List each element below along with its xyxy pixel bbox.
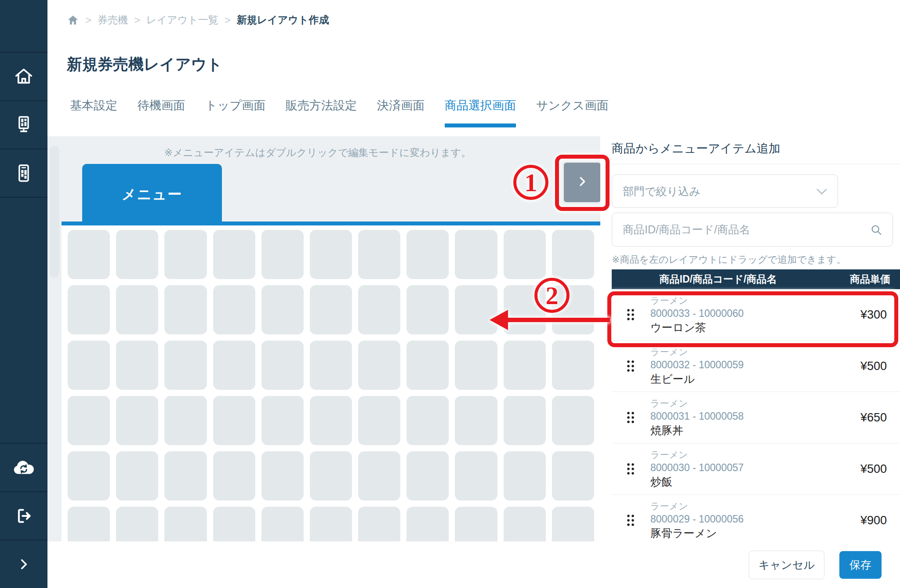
menu-slot[interactable] — [455, 451, 497, 501]
menu-slot[interactable] — [116, 451, 158, 501]
menu-slot[interactable] — [455, 230, 497, 279]
menu-slot[interactable] — [116, 285, 158, 334]
menu-slot[interactable] — [406, 451, 449, 501]
menu-slot[interactable] — [504, 341, 546, 390]
menu-slot[interactable] — [504, 285, 546, 334]
menu-slot[interactable] — [213, 396, 255, 445]
drag-handle-icon[interactable] — [626, 359, 639, 373]
menu-slot[interactable] — [504, 451, 546, 501]
search-icon[interactable] — [870, 223, 883, 236]
menu-slot[interactable] — [261, 341, 304, 390]
menu-slot[interactable] — [261, 230, 304, 279]
breadcrumb-separator: > — [225, 14, 231, 26]
tab[interactable]: 販売方法設定 — [286, 93, 357, 127]
breadcrumb-item[interactable]: 券売機 — [98, 13, 128, 27]
drag-handle-icon[interactable] — [626, 308, 639, 322]
sidebar-item-home[interactable] — [0, 53, 47, 101]
menu-slot[interactable] — [455, 341, 497, 390]
menu-slot[interactable] — [358, 230, 400, 279]
menu-slot[interactable] — [116, 341, 158, 390]
product-row[interactable]: ラーメン 8000029 - 10000056 豚骨ラーメン ¥900 — [612, 495, 900, 541]
tab[interactable]: 商品選択画面 — [445, 93, 516, 127]
product-search-input[interactable] — [622, 223, 870, 236]
product-price: ¥500 — [860, 359, 900, 373]
sidebar-item-cloud-sync[interactable] — [0, 443, 47, 491]
menu-slot[interactable] — [116, 396, 158, 445]
menu-slot[interactable] — [406, 285, 449, 334]
drag-handle-icon[interactable] — [626, 462, 639, 476]
menu-slot[interactable] — [552, 451, 594, 501]
page-header: > 券売機 > レイアウト一覧 > 新規レイアウト作成 新規券売機レイアウト 基… — [47, 0, 900, 137]
menu-slot[interactable] — [552, 285, 594, 334]
sidebar-item-expand[interactable] — [0, 540, 47, 588]
menu-slot[interactable] — [213, 230, 255, 279]
menu-slot[interactable] — [261, 396, 304, 445]
scrollbar-thumb[interactable] — [50, 146, 59, 278]
tab[interactable]: 待機画面 — [138, 93, 185, 127]
cancel-button[interactable]: キャンセル — [749, 551, 824, 579]
menu-slot[interactable] — [164, 396, 207, 445]
menu-slot[interactable] — [68, 285, 110, 334]
menu-slot[interactable] — [213, 341, 255, 390]
menu-slot[interactable] — [164, 341, 207, 390]
product-row[interactable]: ラーメン 8000030 - 10000057 炒飯 ¥500 — [612, 443, 900, 495]
menu-slot[interactable] — [68, 230, 110, 279]
menu-slot[interactable] — [261, 451, 304, 501]
menu-slot[interactable] — [261, 285, 304, 334]
collapse-panel-button[interactable] — [564, 163, 601, 202]
product-price: ¥300 — [860, 308, 900, 322]
breadcrumb-item[interactable]: 新規レイアウト作成 — [237, 13, 329, 27]
product-row[interactable]: ラーメン 8000032 - 10000059 生ビール ¥500 — [612, 341, 900, 392]
menu-slot[interactable] — [455, 396, 497, 445]
menu-slot[interactable] — [164, 285, 207, 334]
menu-slot[interactable] — [164, 230, 207, 279]
menu-slot[interactable] — [552, 341, 594, 390]
menu-slot[interactable] — [406, 341, 449, 390]
menu-slot[interactable] — [358, 341, 400, 390]
panel-title: 商品からメニューアイテム追加 — [612, 141, 780, 156]
menu-category-tab[interactable]: メニュー — [82, 164, 222, 225]
menu-slot[interactable] — [213, 451, 255, 501]
menu-slot[interactable] — [164, 451, 207, 501]
product-row[interactable]: ラーメン 8000031 - 10000058 焼豚丼 ¥650 — [612, 392, 900, 443]
menu-slot[interactable] — [358, 285, 400, 334]
menu-slot[interactable] — [504, 396, 546, 445]
menu-slot[interactable] — [552, 230, 594, 279]
menu-slot[interactable] — [358, 451, 400, 501]
menu-slot[interactable] — [406, 230, 449, 279]
breadcrumb-item[interactable]: レイアウト一覧 — [146, 13, 218, 27]
menu-slot[interactable] — [504, 230, 546, 279]
tab[interactable]: サンクス画面 — [536, 93, 609, 127]
tab[interactable]: 基本設定 — [70, 93, 117, 127]
tab[interactable]: トップ画面 — [205, 93, 265, 127]
menu-slot[interactable] — [406, 396, 449, 445]
sidebar-item-logout[interactable] — [0, 491, 47, 540]
menu-slot[interactable] — [213, 285, 255, 334]
sidebar-item-kiosk[interactable] — [0, 101, 47, 149]
menu-slot[interactable] — [68, 396, 110, 445]
product-row[interactable]: ラーメン 8000033 - 10000060 ウーロン茶 ¥300 — [612, 289, 900, 341]
sidebar-item-layout[interactable] — [0, 149, 47, 198]
menu-slot[interactable] — [310, 341, 352, 390]
product-name: 炒飯 — [650, 475, 744, 489]
save-button[interactable]: 保存 — [839, 551, 882, 579]
drag-handle-icon[interactable] — [626, 513, 639, 527]
expand-chevron-icon — [16, 557, 31, 572]
product-price: ¥900 — [860, 514, 900, 527]
tab-strip-underline — [62, 221, 600, 225]
tab[interactable]: 決済画面 — [377, 93, 425, 127]
product-code: 8000033 - 10000060 — [650, 307, 744, 320]
menu-slot[interactable] — [552, 396, 594, 445]
breadcrumb-home-icon[interactable] — [67, 14, 79, 26]
department-filter-select[interactable]: 部門で絞り込み — [612, 174, 838, 208]
menu-slot[interactable] — [358, 396, 400, 445]
menu-slot[interactable] — [455, 285, 497, 334]
menu-slot[interactable] — [310, 451, 352, 501]
menu-slot[interactable] — [310, 396, 352, 445]
menu-slot[interactable] — [116, 230, 158, 279]
menu-slot[interactable] — [310, 230, 352, 279]
drag-handle-icon[interactable] — [626, 410, 639, 425]
menu-slot[interactable] — [310, 285, 352, 334]
menu-slot[interactable] — [68, 451, 110, 501]
menu-slot[interactable] — [68, 341, 110, 390]
